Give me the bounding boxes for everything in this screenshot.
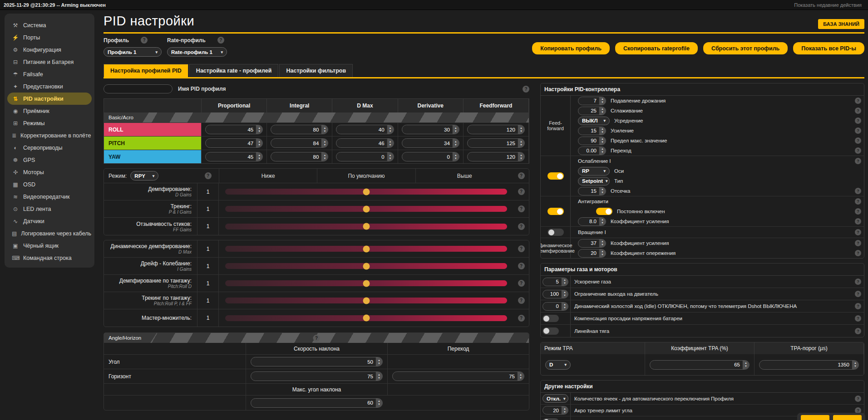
sidebar-item-18[interactable]: ▣Чёрный ящик — [5, 239, 94, 252]
slider-track[interactable] — [225, 298, 507, 303]
setting-control[interactable]: 25▲▼ — [578, 107, 606, 115]
help-icon[interactable]: ? — [518, 263, 525, 269]
sidebar-item-4[interactable]: ☂Failsafe — [5, 68, 94, 80]
stepper-arrows-icon[interactable]: ▲▼ — [599, 127, 606, 135]
pid-value-stepper[interactable]: 46▲▼ — [336, 138, 394, 148]
pid-value-stepper[interactable]: 84▲▼ — [271, 138, 328, 148]
pid-value-stepper[interactable]: 45▲▼ — [205, 152, 263, 161]
stepper-arrows-icon[interactable]: ▲▼ — [599, 137, 606, 145]
help-icon[interactable]: ? — [518, 245, 525, 252]
sidebar-item-3[interactable]: ⊟Питание и Батарея — [5, 56, 94, 68]
help-icon[interactable]: ? — [518, 205, 525, 212]
help-icon[interactable]: ? — [855, 291, 861, 297]
action-button[interactable]: Скопировать rateprofile — [615, 42, 698, 54]
slider-knob[interactable] — [363, 205, 370, 212]
help-icon[interactable]: ? — [855, 98, 861, 104]
sidebar-item-1[interactable]: ⚡Порты — [5, 31, 94, 44]
help-icon[interactable]: ? — [518, 297, 525, 304]
help-icon[interactable]: ? — [855, 107, 861, 114]
stepper-arrows-icon[interactable]: ▲▼ — [452, 125, 459, 134]
stepper-arrows-icon[interactable]: ▲▼ — [256, 125, 262, 134]
action-button[interactable]: Копировать профиль — [532, 42, 610, 54]
slider-mode-select[interactable]: RPY▾ — [130, 171, 158, 181]
help-icon[interactable]: ? — [205, 172, 212, 179]
tpa-threshold-stepper[interactable]: 1350▲▼ — [759, 360, 859, 370]
action-button[interactable]: Показать все PID-ы — [793, 42, 864, 54]
sidebar-item-13[interactable]: ▦OSD — [5, 178, 94, 190]
setting-control[interactable]: 100▲▼ — [542, 290, 568, 298]
stepper-arrows-icon[interactable]: ▲▼ — [852, 361, 858, 369]
stepper-arrows-icon[interactable]: ▲▼ — [599, 218, 606, 225]
stepper-arrows-icon[interactable]: ▲▼ — [561, 303, 568, 310]
help-icon[interactable]: ? — [855, 328, 861, 334]
stepper-arrows-icon[interactable]: ▲▼ — [452, 139, 459, 147]
sidebar-item-15[interactable]: ⊙LED лента — [5, 203, 94, 215]
help-icon[interactable]: ? — [855, 396, 861, 402]
stepper-arrows-icon[interactable]: ▲▼ — [742, 361, 749, 369]
setting-control[interactable] — [542, 418, 559, 420]
section-toggle[interactable] — [547, 229, 564, 236]
sidebar-item-0[interactable]: ⚒Система — [5, 19, 94, 31]
slider-track[interactable] — [225, 263, 507, 269]
setting-control[interactable]: 0▲▼ — [542, 302, 568, 311]
stepper-arrows-icon[interactable]: ▲▼ — [452, 152, 459, 161]
setting-control[interactable] — [542, 315, 559, 322]
help-icon[interactable]: ? — [855, 188, 861, 194]
stepper-arrows-icon[interactable]: ▲▼ — [518, 139, 524, 147]
help-icon[interactable]: ? — [313, 335, 320, 342]
help-icon[interactable]: ? — [217, 37, 224, 44]
section-toggle[interactable] — [547, 172, 564, 180]
setting-control[interactable]: 20▲▼ — [578, 249, 606, 258]
stepper-arrows-icon[interactable]: ▲▼ — [599, 239, 606, 247]
stepper-arrows-icon[interactable]: ▲▼ — [561, 278, 568, 286]
slider-track[interactable] — [225, 224, 507, 230]
sidebar-item-7[interactable]: ◉Приёмник — [5, 105, 94, 117]
ah-value-stepper[interactable]: 75▲▼ — [392, 371, 524, 381]
setting-control[interactable] — [542, 327, 559, 335]
sidebar-item-16[interactable]: ∿Датчики — [5, 215, 94, 227]
setting-control[interactable]: 20▲▼ — [542, 406, 568, 415]
profile-select[interactable]: Профиль 1 ▾ — [104, 47, 162, 57]
help-icon[interactable]: ? — [855, 315, 861, 322]
setting-control[interactable]: Setpoint▾ — [578, 177, 610, 186]
slider-knob[interactable] — [363, 297, 370, 304]
section-toggle[interactable] — [547, 208, 564, 215]
stepper-arrows-icon[interactable]: ▲▼ — [321, 125, 328, 134]
slider-track[interactable] — [225, 246, 507, 252]
help-icon[interactable]: ? — [855, 278, 861, 285]
setting-control[interactable]: 90▲▼ — [578, 137, 606, 145]
setting-control[interactable] — [596, 208, 612, 215]
help-icon[interactable]: ? — [855, 147, 861, 154]
rateprofile-select[interactable]: Rate-профиль 1 ▾ — [167, 47, 227, 57]
help-icon[interactable]: ? — [855, 240, 861, 246]
stepper-arrows-icon[interactable]: ▲▼ — [518, 125, 524, 134]
stepper-arrows-icon[interactable]: ▲▼ — [375, 357, 382, 366]
setting-control[interactable]: Откл.▾ — [542, 394, 568, 403]
help-icon[interactable]: ? — [518, 315, 525, 322]
pid-value-stepper[interactable]: 125▲▼ — [467, 138, 525, 148]
pid-value-stepper[interactable]: 47▲▼ — [205, 138, 263, 148]
slider-knob[interactable] — [363, 245, 370, 252]
slider-knob[interactable] — [363, 263, 370, 269]
sidebar-item-17[interactable]: ▤Логирование через кабель — [5, 227, 94, 239]
stepper-arrows-icon[interactable]: ▲▼ — [256, 152, 262, 161]
slider-knob[interactable] — [363, 188, 370, 195]
help-icon[interactable]: ? — [855, 250, 861, 256]
action-button[interactable]: Сбросить этот профиль — [703, 42, 788, 54]
pid-value-stepper[interactable]: 45▲▼ — [205, 125, 263, 134]
stepper-arrows-icon[interactable]: ▲▼ — [599, 249, 606, 257]
sidebar-item-14[interactable]: ≋Видеопередатчик — [5, 190, 94, 203]
pid-value-stepper[interactable]: 30▲▼ — [402, 125, 459, 134]
save-bar-button[interactable] — [801, 415, 829, 420]
stepper-arrows-icon[interactable]: ▲▼ — [375, 372, 382, 381]
help-icon[interactable]: ? — [855, 158, 861, 164]
pid-profile-name-input[interactable] — [104, 84, 173, 93]
ah-value-stepper[interactable]: 60▲▼ — [251, 398, 383, 408]
stepper-arrows-icon[interactable]: ▲▼ — [256, 139, 262, 147]
sidebar-item-10[interactable]: ◐Сервоприводы — [5, 142, 94, 154]
slider-knob[interactable] — [363, 223, 370, 230]
help-icon[interactable]: ? — [523, 86, 529, 93]
help-icon[interactable]: ? — [855, 198, 861, 205]
stepper-arrows-icon[interactable]: ▲▼ — [517, 372, 524, 381]
help-icon[interactable]: ? — [855, 208, 861, 215]
